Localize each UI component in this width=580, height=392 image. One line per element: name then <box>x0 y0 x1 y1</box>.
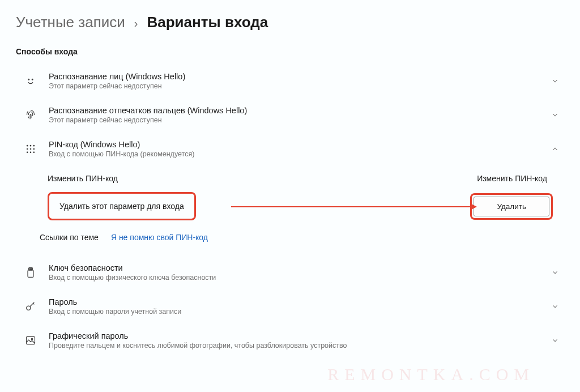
option-title: Распознавание лиц (Windows Hello) <box>49 72 539 81</box>
change-pin-label-left: Изменить ПИН-код <box>48 174 118 183</box>
usb-key-icon <box>23 265 39 280</box>
svg-rect-12 <box>28 270 33 278</box>
option-password[interactable]: Пароль Вход с помощью пароля учетной зап… <box>16 292 564 326</box>
option-picture-password[interactable]: Графический пароль Проведите пальцем и к… <box>16 326 564 360</box>
option-security-key[interactable]: Ключ безопасности Вход с помощью физичес… <box>16 258 564 292</box>
svg-point-0 <box>28 79 29 80</box>
option-subtitle: Этот параметр сейчас недоступен <box>49 116 539 124</box>
chevron-down-icon <box>549 109 561 121</box>
delete-button[interactable]: Удалить <box>474 197 549 216</box>
svg-point-9 <box>30 152 32 154</box>
breadcrumb: Учетные записи › Варианты входа <box>16 14 564 31</box>
svg-rect-14 <box>31 269 32 270</box>
picture-icon <box>23 333 39 348</box>
fingerprint-icon <box>23 107 39 123</box>
svg-point-3 <box>30 145 32 147</box>
svg-point-10 <box>33 152 35 154</box>
option-title: Ключ безопасности <box>49 263 539 272</box>
breadcrumb-separator: › <box>134 17 138 30</box>
option-subtitle: Вход с помощью пароля учетной записи <box>49 308 539 316</box>
chevron-down-icon <box>549 335 561 346</box>
option-subtitle: Этот параметр сейчас недоступен <box>49 82 539 90</box>
svg-point-17 <box>31 338 32 339</box>
option-pin[interactable]: PIN-код (Windows Hello) Вход с помощью П… <box>16 134 564 168</box>
svg-point-2 <box>27 145 28 147</box>
remove-signin-option-highlight: Удалить этот параметр для входа <box>48 192 196 220</box>
chevron-down-icon <box>549 301 561 312</box>
annotation-arrow <box>231 206 476 207</box>
svg-rect-16 <box>27 336 35 344</box>
option-subtitle: Вход с помощью физического ключа безопас… <box>49 274 539 282</box>
option-subtitle: Вход с помощью ПИН-кода (рекомендуется) <box>49 150 539 158</box>
svg-point-15 <box>27 306 31 310</box>
option-subtitle: Проведите пальцем и коснитесь любимой фо… <box>49 342 539 350</box>
option-title: PIN-код (Windows Hello) <box>49 140 539 149</box>
svg-point-1 <box>32 79 33 80</box>
option-face-recognition[interactable]: Распознавание лиц (Windows Hello) Этот п… <box>16 66 564 100</box>
chevron-up-icon <box>549 143 561 155</box>
option-title: Пароль <box>49 297 539 306</box>
watermark: REMONTKA.COM <box>327 365 535 384</box>
option-title: Графический пароль <box>49 331 539 340</box>
remove-signin-option-label: Удалить этот параметр для входа <box>59 202 184 211</box>
related-links-label: Ссылки по теме <box>40 233 99 242</box>
option-title: Распознавание отпечатков пальцев (Window… <box>49 106 539 115</box>
pin-expanded-section: Изменить ПИН-код Изменить ПИН-код Удалит… <box>16 174 564 242</box>
svg-rect-11 <box>29 268 33 270</box>
svg-point-4 <box>33 145 35 147</box>
face-icon <box>23 73 39 89</box>
svg-point-5 <box>27 148 28 150</box>
forgot-pin-link[interactable]: Я не помню свой ПИН-код <box>111 233 208 242</box>
option-fingerprint[interactable]: Распознавание отпечатков пальцев (Window… <box>16 100 564 134</box>
key-icon <box>23 299 39 314</box>
svg-point-8 <box>27 152 28 154</box>
svg-point-7 <box>33 148 35 150</box>
breadcrumb-parent[interactable]: Учетные записи <box>16 14 125 31</box>
svg-point-6 <box>30 148 32 150</box>
change-pin-label-right: Изменить ПИН-код <box>477 174 547 183</box>
breadcrumb-current: Варианты входа <box>147 14 268 31</box>
chevron-down-icon <box>549 267 561 278</box>
section-title: Способы входа <box>16 47 564 56</box>
delete-button-highlight: Удалить <box>470 193 553 220</box>
keypad-icon <box>23 141 39 157</box>
chevron-down-icon <box>549 75 561 87</box>
svg-rect-13 <box>29 269 30 270</box>
